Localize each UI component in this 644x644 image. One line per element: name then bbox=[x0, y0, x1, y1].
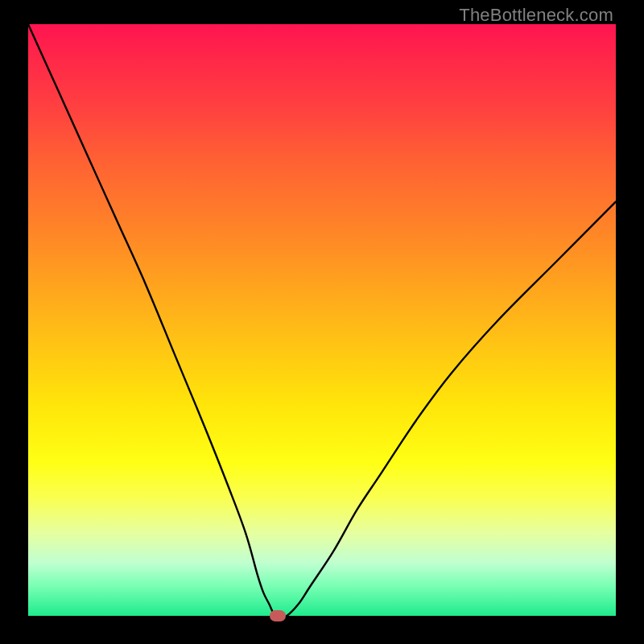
optimal-point-marker bbox=[270, 610, 286, 621]
bottleneck-curve bbox=[28, 24, 616, 616]
watermark-text: TheBottleneck.com bbox=[459, 5, 613, 26]
chart-frame: TheBottleneck.com bbox=[0, 0, 644, 644]
